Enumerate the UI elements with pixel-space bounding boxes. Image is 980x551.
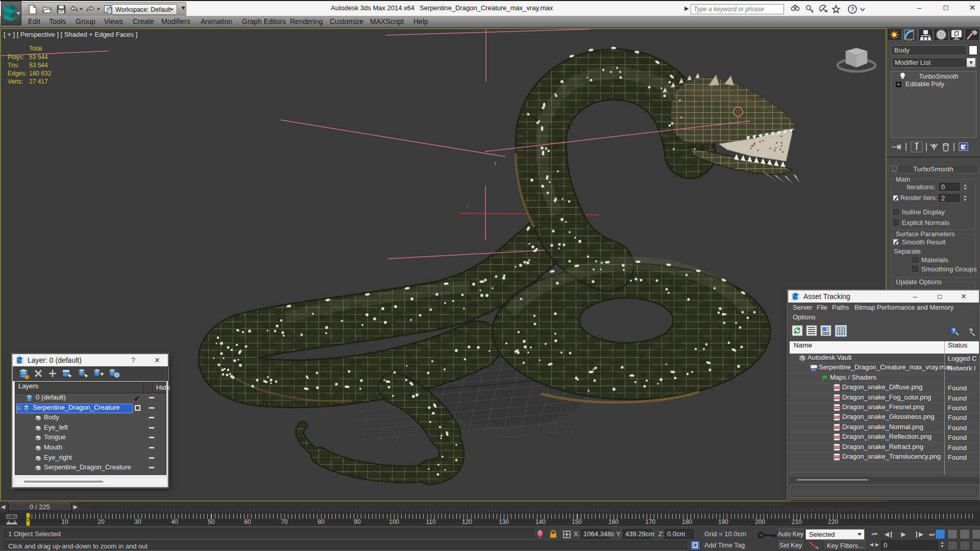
- svg-text:PNG: PNG: [835, 446, 839, 448]
- svg-text:PNG: PNG: [835, 456, 839, 458]
- svg-text:?: ?: [952, 328, 955, 334]
- svg-text:?: ?: [851, 6, 854, 12]
- svg-text:PNG: PNG: [835, 387, 839, 389]
- svg-text:Y: Y: [465, 205, 469, 210]
- svg-text:PNG: PNG: [835, 436, 839, 439]
- svg-text:PNG: PNG: [835, 416, 839, 419]
- svg-text:PNG: PNG: [835, 396, 839, 399]
- svg-text:PNG: PNG: [835, 426, 839, 429]
- svg-text:PNG: PNG: [835, 406, 839, 409]
- svg-text:z: z: [494, 160, 497, 166]
- svg-text:MAX: MAX: [812, 369, 817, 371]
